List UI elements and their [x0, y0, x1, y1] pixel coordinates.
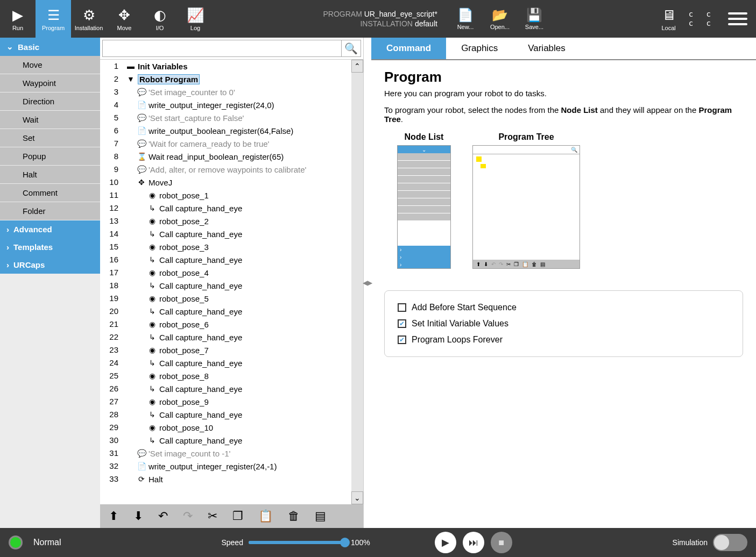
sidebar-item-set[interactable]: Set [0, 129, 100, 147]
tab-variables[interactable]: Variables [513, 38, 581, 59]
move-down-button[interactable]: ⬇ [133, 509, 143, 523]
section-basic[interactable]: ⌄Basic [0, 38, 100, 56]
node-text: robot_pose_6 [159, 320, 209, 329]
tree-row[interactable]: ◉robot_pose_8 [124, 369, 351, 382]
status-indicator[interactable] [9, 535, 23, 549]
scroll-track[interactable] [351, 73, 363, 491]
tab-graphics[interactable]: Graphics [446, 38, 513, 59]
section-advanced[interactable]: ›Advanced [0, 220, 100, 238]
panel-divider[interactable]: ◀▶ [364, 38, 371, 528]
tree-row[interactable]: ↳Call capture_hand_eye [124, 227, 351, 240]
tab-installation[interactable]: ⚙Installation [71, 0, 107, 38]
tree-row[interactable]: 💬'Set image_counter to 0' [124, 85, 351, 98]
speed-slider[interactable] [249, 541, 345, 544]
right-content: Program Here you can program your robot … [371, 60, 756, 528]
tab-io[interactable]: ◐I/O [142, 0, 178, 38]
tree-row[interactable]: ▬Init Variables [124, 60, 351, 73]
tree-row[interactable]: ↳Call capture_hand_eye [124, 408, 351, 421]
node-icon: ⟳ [137, 475, 146, 483]
option-set-initial-vars[interactable]: ✔ Set Initial Variable Values [398, 316, 730, 332]
tree-row[interactable]: ↳Call capture_hand_eye [124, 356, 351, 369]
tree-row[interactable]: ↳Call capture_hand_eye [124, 305, 351, 318]
sidebar-item-waypoint[interactable]: Waypoint [0, 74, 100, 92]
tree-row[interactable]: 💬'Set start_capture to False' [124, 111, 351, 124]
tree-row[interactable]: ◉robot_pose_3 [124, 240, 351, 253]
tree-scrollbar[interactable]: ⌃ ⌄ [351, 60, 363, 504]
move-up-button[interactable]: ⬆ [109, 509, 118, 523]
tab-log[interactable]: 📈Log [178, 0, 213, 38]
section-templates[interactable]: ›Templates [0, 238, 100, 256]
search-input[interactable] [103, 40, 341, 56]
tree-row[interactable]: ↳Call capture_hand_eye [124, 434, 351, 447]
node-text: write_output_integer_register(24,0) [149, 101, 274, 110]
tree-row[interactable]: 💬'Set image_count to -1' [124, 447, 351, 460]
cut-button[interactable]: ✂ [208, 509, 217, 523]
save-button[interactable]: 💾Save... [517, 8, 552, 30]
paste-button[interactable]: 📋 [258, 509, 273, 523]
step-button[interactable]: ⏭ [463, 532, 484, 553]
tree-row[interactable]: 📄write_output_integer_register(24,0) [124, 98, 351, 111]
node-icon: 💬 [137, 449, 146, 458]
scroll-up-button[interactable]: ⌃ [351, 60, 363, 73]
node-icon: ↳ [147, 384, 157, 393]
tree-row[interactable]: ✥MoveJ [124, 176, 351, 189]
tree-row[interactable]: ◉robot_pose_1 [124, 189, 351, 202]
text-bold: Node List [561, 105, 598, 115]
tree-row[interactable]: ◉robot_pose_4 [124, 266, 351, 279]
tree-row[interactable]: ◉robot_pose_6 [124, 318, 351, 331]
undo-button[interactable]: ↶ [158, 509, 168, 523]
tree-row[interactable]: ◉robot_pose_9 [124, 395, 351, 408]
option-loops-forever[interactable]: ✔ Program Loops Forever [398, 332, 730, 348]
tab-command[interactable]: Command [371, 38, 446, 59]
stop-button[interactable]: ■ [491, 532, 512, 553]
tree-row[interactable]: ↳Call capture_hand_eye [124, 279, 351, 292]
new-button[interactable]: 📄New... [448, 8, 483, 30]
open-button[interactable]: 📂Open... [483, 8, 517, 30]
tree-row[interactable]: ▼Robot Program [124, 73, 351, 85]
header: ▶Run ☰Program ⚙Installation ✥Move ◐I/O 📈… [0, 0, 756, 38]
tree-row[interactable]: ◉robot_pose_2 [124, 215, 351, 227]
header-right: 🖥Local c cc c [661, 7, 756, 31]
local-button[interactable]: 🖥Local [661, 7, 675, 31]
delete-button[interactable]: 🗑 [288, 509, 300, 523]
tree-lines[interactable]: ▬Init Variables▼Robot Program💬'Set image… [124, 60, 351, 504]
node-icon: ◉ [147, 372, 157, 380]
tab-program[interactable]: ☰Program [36, 0, 71, 38]
node-text: robot_pose_10 [159, 423, 213, 432]
simulation-toggle[interactable] [713, 534, 747, 551]
sidebar-item-popup[interactable]: Popup [0, 147, 100, 166]
tab-run[interactable]: ▶Run [0, 0, 36, 38]
tree-row[interactable]: 💬'Add, alter, or remove waypoints to cal… [124, 163, 351, 176]
tree-row[interactable]: ⟳Halt [124, 473, 351, 485]
tree-row[interactable]: ↳Call capture_hand_eye [124, 382, 351, 395]
io-icon: ◐ [154, 7, 166, 24]
tab-move[interactable]: ✥Move [107, 0, 142, 38]
tree-row[interactable]: ↳Call capture_hand_eye [124, 202, 351, 215]
scroll-down-button[interactable]: ⌄ [351, 491, 363, 504]
sidebar-item-move[interactable]: Move [0, 56, 100, 74]
copy-button[interactable]: ❐ [232, 509, 243, 523]
tree-row[interactable]: ↳Call capture_hand_eye [124, 331, 351, 344]
tree-row[interactable]: 💬'Wait for camera_ready to be true' [124, 137, 351, 150]
tree-row[interactable]: ⌛Wait read_input_boolean_register(65) [124, 150, 351, 163]
sidebar-item-wait[interactable]: Wait [0, 111, 100, 129]
tree-row[interactable]: 📄write_output_boolean_register(64,False) [124, 124, 351, 137]
sidebar-item-direction[interactable]: Direction [0, 92, 100, 111]
menu-button[interactable] [728, 12, 747, 25]
node-text: robot_pose_9 [159, 397, 209, 406]
sidebar-item-folder[interactable]: Folder [0, 202, 100, 220]
tree-row[interactable]: ◉robot_pose_10 [124, 421, 351, 434]
search-button[interactable]: 🔍 [341, 40, 361, 56]
sidebar-item-halt[interactable]: Halt [0, 166, 100, 184]
redo-button[interactable]: ↷ [183, 509, 193, 523]
node-text: 'Set start_capture to False' [149, 113, 244, 123]
suppress-button[interactable]: ▤ [315, 509, 326, 523]
tree-row[interactable]: ◉robot_pose_5 [124, 292, 351, 305]
play-button[interactable]: ▶ [435, 532, 456, 553]
tree-row[interactable]: ◉robot_pose_7 [124, 344, 351, 356]
tree-row[interactable]: ↳Call capture_hand_eye [124, 253, 351, 266]
tree-row[interactable]: 📄write_output_integer_register(24,-1) [124, 460, 351, 473]
option-add-before-start[interactable]: Add Before Start Sequence [398, 299, 730, 316]
section-urcaps[interactable]: ›URCaps [0, 256, 100, 274]
sidebar-item-comment[interactable]: Comment [0, 184, 100, 202]
